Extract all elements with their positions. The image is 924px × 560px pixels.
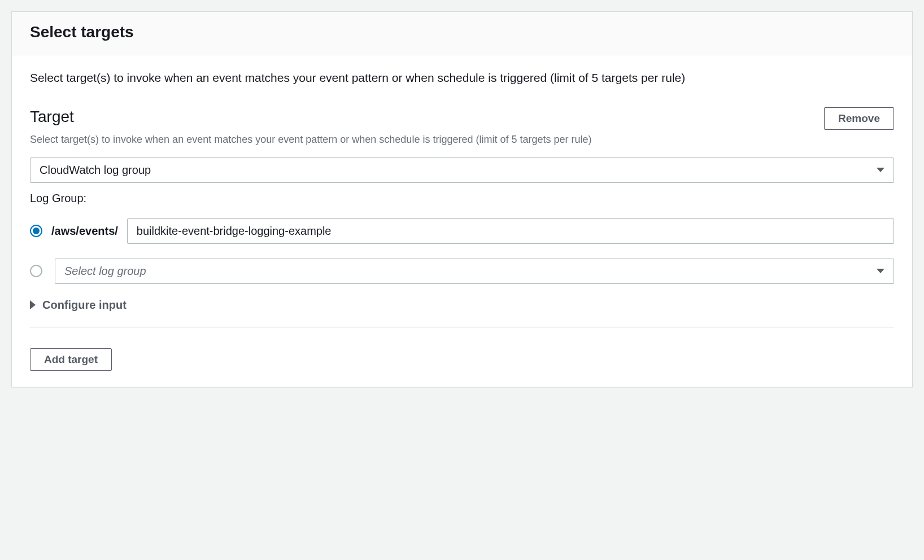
panel-header: Select targets [12,12,912,55]
panel-description: Select target(s) to invoke when an event… [30,69,894,87]
radio-new-log-group[interactable] [30,225,42,237]
caret-right-icon [30,300,36,309]
chevron-down-icon [877,269,884,273]
panel-body: Select target(s) to invoke when an event… [12,55,912,387]
target-type-select[interactable]: CloudWatch log group [30,158,894,183]
target-heading-wrap: Target [30,107,74,126]
existing-log-group-select[interactable]: Select log group [55,259,894,284]
chevron-down-icon [877,168,884,172]
log-group-new-row: /aws/events/ [30,218,894,244]
log-group-label: Log Group: [30,192,894,205]
target-block: Target Remove Select target(s) to invoke… [30,107,894,328]
configure-input-toggle[interactable]: Configure input [30,299,894,312]
log-group-name-input[interactable] [127,218,894,244]
log-group-existing-row: Select log group [30,259,894,284]
target-heading: Target [30,107,74,126]
target-header-row: Target Remove [30,107,894,130]
target-type-value: CloudWatch log group [40,164,151,177]
panel-title: Select targets [30,23,894,41]
target-subtitle: Select target(s) to invoke when an event… [30,132,651,147]
add-target-button[interactable]: Add target [30,348,112,371]
configure-input-label: Configure input [42,299,127,312]
existing-log-group-placeholder: Select log group [64,265,146,278]
radio-existing-log-group[interactable] [30,265,42,277]
remove-button[interactable]: Remove [824,107,894,130]
select-targets-panel: Select targets Select target(s) to invok… [11,11,913,387]
log-group-prefix: /aws/events/ [51,225,118,238]
